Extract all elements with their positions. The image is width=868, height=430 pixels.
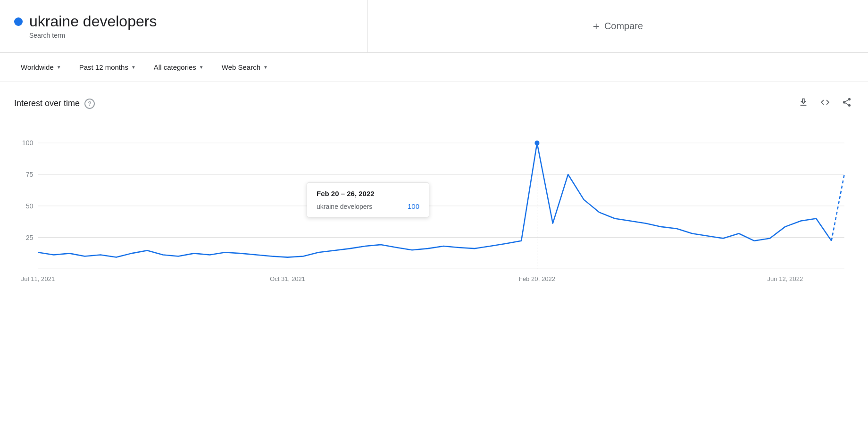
location-filter[interactable]: Worldwide ▼ [14,59,68,75]
help-icon[interactable]: ? [84,99,95,109]
svg-text:100: 100 [22,139,33,147]
chart-title-row: Interest over time ? [14,99,95,109]
chart-title: Interest over time [14,99,80,108]
category-dropdown-arrow: ▼ [199,65,204,70]
search-type-filter[interactable]: Web Search ▼ [215,59,275,75]
location-label: Worldwide [21,63,54,71]
time-range-label: Past 12 months [79,63,128,71]
svg-text:Feb 20, 2022: Feb 20, 2022 [519,275,555,282]
time-range-filter[interactable]: Past 12 months ▼ [73,59,142,75]
help-icon-label: ? [88,100,92,107]
chart-container: 100 75 50 25 Jul 11, 2021 Oct 31, 2021 F… [14,121,854,300]
embed-button[interactable] [818,95,832,112]
location-dropdown-arrow: ▼ [57,65,61,70]
svg-text:75: 75 [26,171,33,178]
line-chart-svg: 100 75 50 25 Jul 11, 2021 Oct 31, 2021 F… [14,121,854,300]
compare-label: Compare [604,21,643,32]
share-button[interactable] [840,95,854,112]
category-filter[interactable]: All categories ▼ [147,59,210,75]
category-label: All categories [154,63,196,71]
term-color-dot [14,17,23,26]
time-range-dropdown-arrow: ▼ [131,65,136,70]
search-type-label: Web Search [222,63,260,71]
search-term-type: Search term [29,32,353,39]
svg-text:50: 50 [26,202,33,210]
svg-text:Oct 31, 2021: Oct 31, 2021 [270,275,305,282]
svg-text:Jun 12, 2022: Jun 12, 2022 [767,275,803,282]
search-type-dropdown-arrow: ▼ [263,65,268,70]
chart-line-dotted [831,174,844,241]
chart-header: Interest over time ? [14,95,854,112]
search-term-panel: ukraine developers Search term [0,0,368,52]
compare-plus-icon: + [593,20,600,33]
filters-bar: Worldwide ▼ Past 12 months ▼ All categor… [0,53,868,82]
compare-panel[interactable]: + Compare [368,20,868,33]
search-term-title: ukraine developers [14,13,353,30]
svg-text:Jul 11, 2021: Jul 11, 2021 [21,275,55,282]
chart-actions [796,95,854,112]
download-button[interactable] [796,95,810,112]
svg-text:25: 25 [26,234,33,241]
chart-section: Interest over time ? 100 75 [0,82,868,310]
search-term-name: ukraine developers [29,13,157,30]
chart-line [38,143,832,257]
header: ukraine developers Search term + Compare [0,0,868,53]
